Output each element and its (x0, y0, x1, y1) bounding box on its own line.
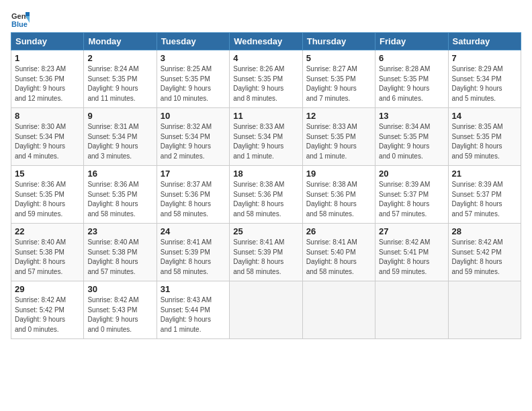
day-number: 3 (161, 53, 226, 63)
day-number: 29 (15, 284, 80, 294)
header: General Blue (11, 7, 521, 28)
day-number: 28 (452, 226, 517, 236)
day-info: Sunrise: 8:24 AMSunset: 5:35 PMDaylight:… (87, 64, 152, 103)
day-number: 6 (379, 53, 444, 63)
day-of-week-header: Monday (84, 33, 157, 50)
logo: General Blue (11, 9, 31, 28)
calendar-week-row: 29Sunrise: 8:42 AMSunset: 5:42 PMDayligh… (11, 281, 521, 339)
calendar-day-cell: 14Sunrise: 8:35 AMSunset: 5:35 PMDayligh… (448, 108, 521, 166)
calendar-day-cell: 13Sunrise: 8:34 AMSunset: 5:35 PMDayligh… (375, 108, 448, 166)
calendar-day-cell: 19Sunrise: 8:38 AMSunset: 5:36 PMDayligh… (302, 166, 375, 224)
day-number: 22 (15, 226, 80, 236)
day-info: Sunrise: 8:26 AMSunset: 5:35 PMDaylight:… (233, 64, 298, 103)
calendar-day-cell (230, 281, 302, 339)
calendar-day-cell: 8Sunrise: 8:30 AMSunset: 5:34 PMDaylight… (11, 108, 84, 166)
day-info: Sunrise: 8:34 AMSunset: 5:35 PMDaylight:… (379, 122, 444, 161)
svg-text:Blue: Blue (11, 20, 28, 28)
calendar-day-cell: 6Sunrise: 8:28 AMSunset: 5:35 PMDaylight… (375, 50, 448, 108)
day-of-week-header: Wednesday (230, 33, 302, 50)
day-number: 20 (379, 169, 444, 179)
calendar-day-cell: 12Sunrise: 8:33 AMSunset: 5:35 PMDayligh… (302, 108, 375, 166)
day-number: 9 (87, 111, 152, 121)
day-info: Sunrise: 8:42 AMSunset: 5:41 PMDaylight:… (379, 238, 444, 277)
day-info: Sunrise: 8:33 AMSunset: 5:34 PMDaylight:… (233, 122, 298, 161)
calendar-day-cell: 24Sunrise: 8:41 AMSunset: 5:39 PMDayligh… (157, 224, 229, 281)
day-info: Sunrise: 8:30 AMSunset: 5:34 PMDaylight:… (15, 122, 80, 161)
day-info: Sunrise: 8:23 AMSunset: 5:36 PMDaylight:… (15, 64, 80, 103)
day-number: 17 (161, 169, 226, 179)
calendar-body: 1Sunrise: 8:23 AMSunset: 5:36 PMDaylight… (11, 50, 521, 339)
day-number: 21 (452, 169, 517, 179)
day-info: Sunrise: 8:42 AMSunset: 5:42 PMDaylight:… (452, 238, 517, 277)
calendar-day-cell (375, 281, 448, 339)
day-info: Sunrise: 8:36 AMSunset: 5:35 PMDaylight:… (87, 180, 152, 219)
logo-icon: General Blue (11, 9, 30, 28)
day-info: Sunrise: 8:38 AMSunset: 5:36 PMDaylight:… (233, 180, 298, 219)
day-info: Sunrise: 8:39 AMSunset: 5:37 PMDaylight:… (452, 180, 517, 219)
day-number: 7 (452, 53, 517, 63)
calendar-day-cell: 16Sunrise: 8:36 AMSunset: 5:35 PMDayligh… (84, 166, 157, 224)
day-number: 12 (306, 111, 371, 121)
day-info: Sunrise: 8:42 AMSunset: 5:42 PMDaylight:… (15, 295, 80, 334)
day-info: Sunrise: 8:40 AMSunset: 5:38 PMDaylight:… (87, 238, 152, 277)
day-number: 24 (161, 226, 226, 236)
calendar-week-row: 22Sunrise: 8:40 AMSunset: 5:38 PMDayligh… (11, 224, 521, 281)
calendar-day-cell: 5Sunrise: 8:27 AMSunset: 5:35 PMDaylight… (302, 50, 375, 108)
calendar-day-cell: 20Sunrise: 8:39 AMSunset: 5:37 PMDayligh… (375, 166, 448, 224)
day-info: Sunrise: 8:41 AMSunset: 5:39 PMDaylight:… (161, 238, 226, 277)
day-info: Sunrise: 8:39 AMSunset: 5:37 PMDaylight:… (379, 180, 444, 219)
calendar-day-cell: 18Sunrise: 8:38 AMSunset: 5:36 PMDayligh… (230, 166, 302, 224)
day-of-week-header: Friday (375, 33, 448, 50)
day-number: 1 (15, 53, 80, 63)
day-number: 23 (87, 226, 152, 236)
calendar-day-cell: 27Sunrise: 8:42 AMSunset: 5:41 PMDayligh… (375, 224, 448, 281)
calendar-day-cell (448, 281, 521, 339)
calendar-day-cell: 11Sunrise: 8:33 AMSunset: 5:34 PMDayligh… (230, 108, 302, 166)
day-number: 19 (306, 169, 371, 179)
day-info: Sunrise: 8:31 AMSunset: 5:34 PMDaylight:… (87, 122, 152, 161)
page-container: General Blue SundayMondayTuesdayWednesda… (0, 0, 532, 346)
calendar-day-cell: 21Sunrise: 8:39 AMSunset: 5:37 PMDayligh… (448, 166, 521, 224)
day-info: Sunrise: 8:41 AMSunset: 5:39 PMDaylight:… (233, 238, 298, 277)
calendar-day-cell: 25Sunrise: 8:41 AMSunset: 5:39 PMDayligh… (230, 224, 302, 281)
day-info: Sunrise: 8:28 AMSunset: 5:35 PMDaylight:… (379, 64, 444, 103)
day-info: Sunrise: 8:42 AMSunset: 5:43 PMDaylight:… (87, 295, 152, 334)
calendar-day-cell: 4Sunrise: 8:26 AMSunset: 5:35 PMDaylight… (230, 50, 302, 108)
calendar-day-cell: 28Sunrise: 8:42 AMSunset: 5:42 PMDayligh… (448, 224, 521, 281)
day-number: 10 (161, 111, 226, 121)
day-info: Sunrise: 8:43 AMSunset: 5:44 PMDaylight:… (161, 295, 226, 334)
calendar-day-cell: 7Sunrise: 8:29 AMSunset: 5:34 PMDaylight… (448, 50, 521, 108)
day-number: 27 (379, 226, 444, 236)
calendar-day-cell (302, 281, 375, 339)
day-info: Sunrise: 8:29 AMSunset: 5:34 PMDaylight:… (452, 64, 517, 103)
calendar-day-cell: 26Sunrise: 8:41 AMSunset: 5:40 PMDayligh… (302, 224, 375, 281)
calendar-week-row: 1Sunrise: 8:23 AMSunset: 5:36 PMDaylight… (11, 50, 521, 108)
calendar-day-cell: 15Sunrise: 8:36 AMSunset: 5:35 PMDayligh… (11, 166, 84, 224)
day-number: 18 (233, 169, 298, 179)
calendar-day-cell: 17Sunrise: 8:37 AMSunset: 5:36 PMDayligh… (157, 166, 229, 224)
day-number: 14 (452, 111, 517, 121)
day-info: Sunrise: 8:25 AMSunset: 5:35 PMDaylight:… (161, 64, 226, 103)
day-of-week-header: Sunday (11, 33, 84, 50)
day-number: 13 (379, 111, 444, 121)
calendar-day-cell: 10Sunrise: 8:32 AMSunset: 5:34 PMDayligh… (157, 108, 229, 166)
day-info: Sunrise: 8:41 AMSunset: 5:40 PMDaylight:… (306, 238, 371, 277)
calendar-day-cell: 2Sunrise: 8:24 AMSunset: 5:35 PMDaylight… (84, 50, 157, 108)
day-number: 25 (233, 226, 298, 236)
days-of-week-row: SundayMondayTuesdayWednesdayThursdayFrid… (11, 33, 521, 50)
calendar-week-row: 15Sunrise: 8:36 AMSunset: 5:35 PMDayligh… (11, 166, 521, 224)
calendar-header: SundayMondayTuesdayWednesdayThursdayFrid… (11, 33, 521, 50)
day-info: Sunrise: 8:27 AMSunset: 5:35 PMDaylight:… (306, 64, 371, 103)
day-number: 31 (161, 284, 226, 294)
day-number: 8 (15, 111, 80, 121)
day-info: Sunrise: 8:37 AMSunset: 5:36 PMDaylight:… (161, 180, 226, 219)
day-info: Sunrise: 8:33 AMSunset: 5:35 PMDaylight:… (306, 122, 371, 161)
day-of-week-header: Saturday (448, 33, 521, 50)
calendar-day-cell: 31Sunrise: 8:43 AMSunset: 5:44 PMDayligh… (157, 281, 229, 339)
calendar-day-cell: 23Sunrise: 8:40 AMSunset: 5:38 PMDayligh… (84, 224, 157, 281)
day-number: 5 (306, 53, 371, 63)
day-info: Sunrise: 8:38 AMSunset: 5:36 PMDaylight:… (306, 180, 371, 219)
calendar-day-cell: 3Sunrise: 8:25 AMSunset: 5:35 PMDaylight… (157, 50, 229, 108)
day-info: Sunrise: 8:36 AMSunset: 5:35 PMDaylight:… (15, 180, 80, 219)
calendar-week-row: 8Sunrise: 8:30 AMSunset: 5:34 PMDaylight… (11, 108, 521, 166)
